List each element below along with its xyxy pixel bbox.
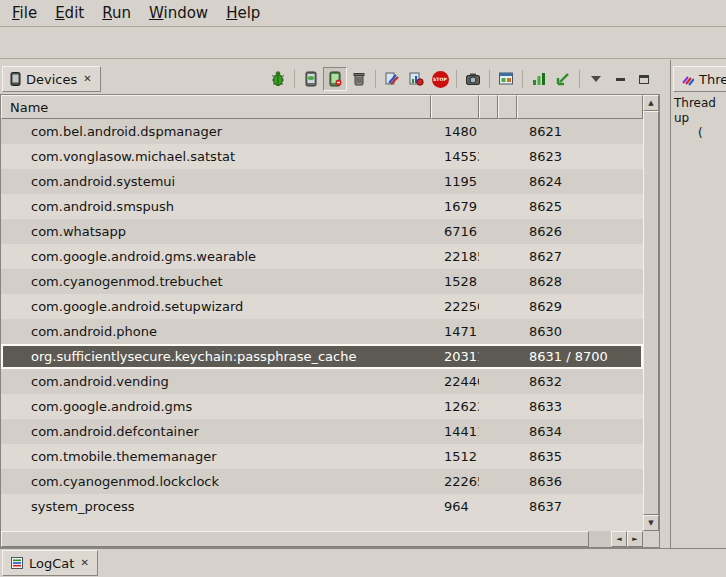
table-row[interactable]: com.android.smspush 1679 8625	[1, 194, 643, 219]
process-port: 8632	[517, 374, 643, 389]
process-pid: 22250	[431, 299, 479, 314]
table-row[interactable]: com.bel.android.dspmanager 1480 8621	[1, 119, 643, 144]
process-port: 8635	[517, 449, 643, 464]
table-row[interactable]: org.sufficientlysecure.keychain:passphra…	[1, 344, 643, 369]
table-row[interactable]: com.google.android.gms 12623 8633	[1, 394, 643, 419]
cause-gc-icon[interactable]	[347, 67, 371, 91]
minimize-icon[interactable]	[608, 67, 632, 91]
process-port: 8623	[517, 149, 643, 164]
threads-message: Thread up (	[671, 94, 726, 143]
column-header-c4[interactable]	[498, 95, 517, 119]
threads-panel: Threa Thread up (	[670, 60, 726, 548]
table-row[interactable]: system_process 964 8637	[1, 494, 643, 519]
dump-hprof-icon[interactable]	[323, 67, 347, 91]
sysinfo-icon[interactable]	[527, 67, 551, 91]
logcat-icon	[10, 556, 24, 570]
process-port: 8627	[517, 249, 643, 264]
column-header-pid[interactable]	[431, 95, 479, 119]
table-row[interactable]: com.vonglasow.michael.satstat 14553 8623	[1, 144, 643, 169]
menu-help[interactable]: Help	[217, 1, 269, 25]
process-pid: 1679	[431, 199, 479, 214]
view-menu-icon[interactable]	[584, 67, 608, 91]
debug-process-icon[interactable]	[266, 67, 290, 91]
process-name: com.android.phone	[1, 324, 431, 339]
threads-icon	[681, 73, 694, 86]
process-port: 8626	[517, 224, 643, 239]
toolbar-separator	[375, 70, 376, 88]
scroll-left-icon[interactable]: ◄	[611, 531, 627, 547]
process-name: com.google.android.gms	[1, 399, 431, 414]
main-toolbar	[0, 27, 726, 59]
column-header-c3[interactable]	[479, 95, 498, 119]
process-pid: 12623	[431, 399, 479, 414]
toolbar-separator	[489, 70, 490, 88]
devices-toolbar: STOP	[266, 67, 660, 91]
process-pid: 22440	[431, 374, 479, 389]
process-port: 8625	[517, 199, 643, 214]
table-row[interactable]: com.google.android.gms.wearable 22185 86…	[1, 244, 643, 269]
tab-logcat-label: LogCat	[29, 556, 74, 571]
process-port: 8634	[517, 424, 643, 439]
stop-badge: STOP	[432, 71, 449, 88]
table-row[interactable]: com.cyanogenmod.lockclock 22265 8636	[1, 469, 643, 494]
process-pid: 1480	[431, 124, 479, 139]
vertical-scrollbar[interactable]: ▲ ▼	[643, 95, 659, 531]
menu-window[interactable]: Window	[140, 1, 217, 25]
column-header-name[interactable]: Name	[1, 95, 431, 119]
process-pid: 1471	[431, 324, 479, 339]
process-pid: 14411	[431, 424, 479, 439]
process-port: 8636	[517, 474, 643, 489]
tab-threads[interactable]: Threa	[673, 66, 726, 92]
vertical-scrollbar-thumb[interactable]	[643, 111, 659, 515]
screen-capture-icon[interactable]	[461, 67, 485, 91]
process-name: com.vonglasow.michael.satstat	[1, 149, 431, 164]
table-row[interactable]: com.android.vending 22440 8632	[1, 369, 643, 394]
process-port: 8631 / 8700	[517, 349, 643, 364]
devices-tabbar: Devices ✕	[0, 60, 660, 94]
toolbar-separator	[579, 70, 580, 88]
menu-run[interactable]: Run	[93, 1, 140, 25]
process-name: com.whatsapp	[1, 224, 431, 239]
tab-logcat[interactable]: LogCat ✕	[2, 550, 98, 576]
toolbar-separator	[522, 70, 523, 88]
process-name: system_process	[1, 499, 431, 514]
column-header-port[interactable]	[517, 95, 643, 119]
threads-tabbar: Threa	[671, 60, 726, 94]
menu-bar: File Edit Run Window Help	[0, 0, 726, 27]
table-row[interactable]: com.android.systemui 1195 8624	[1, 169, 643, 194]
table-row[interactable]: com.whatsapp 6716 8626	[1, 219, 643, 244]
table-row[interactable]: com.android.defcontainer 14411 8634	[1, 419, 643, 444]
scroll-down-icon[interactable]: ▼	[643, 515, 659, 531]
scroll-up-icon[interactable]: ▲	[643, 95, 659, 111]
horizontal-scrollbar-thumb[interactable]	[1, 531, 589, 547]
update-threads-icon[interactable]	[380, 67, 404, 91]
opengl-trace-icon[interactable]	[551, 67, 575, 91]
maximize-icon[interactable]	[632, 67, 656, 91]
tab-devices[interactable]: Devices ✕	[2, 66, 101, 92]
horizontal-scrollbar[interactable]: ◄ ►	[1, 531, 643, 547]
process-pid: 14553	[431, 149, 479, 164]
ui-hierarchy-icon[interactable]	[494, 67, 518, 91]
method-profiling-icon[interactable]	[404, 67, 428, 91]
threads-message-line2: (	[674, 126, 723, 141]
table-row[interactable]: com.google.android.setupwizard 22250 862…	[1, 294, 643, 319]
close-icon[interactable]: ✕	[82, 74, 92, 84]
toolbar-separator	[456, 70, 457, 88]
update-heap-icon[interactable]	[299, 67, 323, 91]
process-port: 8630	[517, 324, 643, 339]
process-pid: 22185	[431, 249, 479, 264]
stop-process-icon[interactable]: STOP	[428, 67, 452, 91]
toolbar-separator	[294, 70, 295, 88]
process-port: 8629	[517, 299, 643, 314]
threads-message-line1: Thread up	[674, 96, 723, 126]
process-port: 8637	[517, 499, 643, 514]
scroll-right-icon[interactable]: ►	[627, 531, 643, 547]
table-row[interactable]: com.android.phone 1471 8630	[1, 319, 643, 344]
process-name: com.google.android.setupwizard	[1, 299, 431, 314]
process-name: com.android.vending	[1, 374, 431, 389]
table-row[interactable]: com.tmobile.thememanager 1512 8635	[1, 444, 643, 469]
menu-edit[interactable]: Edit	[46, 1, 93, 25]
table-row[interactable]: com.cyanogenmod.trebuchet 1528 8628	[1, 269, 643, 294]
menu-file[interactable]: File	[3, 1, 46, 25]
close-icon[interactable]: ✕	[79, 558, 89, 568]
